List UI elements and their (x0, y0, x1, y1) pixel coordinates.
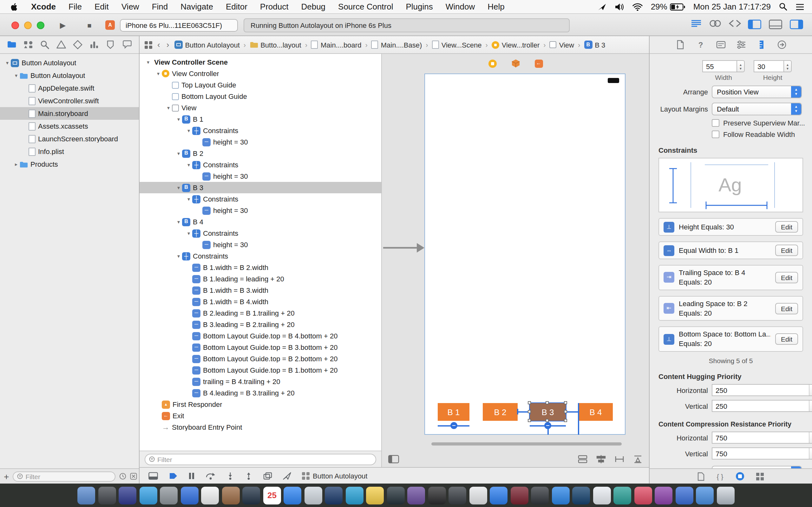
exit-segue-icon[interactable]: ← (535, 59, 543, 68)
follow-readable-width-checkbox[interactable] (712, 130, 719, 138)
disclosure-triangle[interactable]: ▾ (175, 185, 182, 190)
pause-button[interactable] (189, 472, 195, 480)
go-back-button[interactable]: ‹ (156, 40, 161, 49)
outline-row-b-2[interactable]: ▾BB 2 (140, 148, 381, 159)
navigator-tab-tests[interactable] (73, 40, 83, 49)
menu-edit[interactable]: Edit (88, 0, 115, 14)
navigator-tab-search[interactable] (40, 40, 49, 49)
height-field[interactable]: ▲▼ (754, 60, 792, 72)
scheme-selector[interactable]: iPhone 6s Plu...11EE063C51F) (120, 19, 238, 32)
outline-row-view-controller-scene[interactable]: ▾View Controller Scene (140, 56, 381, 68)
scm-status-filter-icon[interactable] (130, 473, 137, 480)
navigator-row-button-autolayout[interactable]: ▾Button Autolayout (0, 56, 139, 69)
b1-height-badge[interactable] (450, 422, 457, 429)
version-editor-button[interactable] (729, 20, 741, 27)
menu-help[interactable]: Help (481, 0, 511, 14)
canvas-horizontal-scrollbar[interactable] (432, 442, 622, 446)
selection-handle[interactable] (564, 419, 567, 422)
dock-app-icon-24[interactable] (552, 487, 570, 504)
canvas-button-b-1[interactable]: B 1 (438, 403, 469, 421)
standard-editor-button[interactable] (691, 20, 702, 27)
outline-row-b-1-width-b-4-width[interactable]: ─B 1.width = B 4.width (140, 296, 381, 307)
disclosure-triangle[interactable]: ▾ (165, 105, 172, 111)
navigator-tab-issues[interactable] (56, 40, 66, 49)
zoom-window-button[interactable] (37, 21, 44, 29)
dock-app-icon-25[interactable] (572, 487, 590, 504)
debug-area-toggle-button[interactable] (148, 472, 158, 480)
hugging-vertical-field[interactable]: ▲▼ (712, 400, 812, 412)
view-controller-icon[interactable] (488, 59, 496, 68)
breadcrumb-item-view-scene[interactable]: View...Scene (432, 41, 482, 49)
dock-app-icon-29[interactable] (655, 487, 673, 504)
disclosure-triangle[interactable]: ▾ (185, 162, 192, 168)
breadcrumb-item-butto-layout[interactable]: Butto...layout (250, 41, 301, 49)
menu-product[interactable]: Product (254, 0, 295, 14)
interface-builder-canvas[interactable]: ← B 1B 2B 3B 4 (382, 54, 649, 467)
outline-row-top-layout-guide[interactable]: Top Layout Guide (140, 79, 381, 91)
disclosure-triangle[interactable]: ▾ (175, 219, 182, 225)
document-outline-toggle-icon[interactable] (388, 455, 399, 463)
outline-row-bottom-layout-guide[interactable]: Bottom Layout Guide (140, 91, 381, 102)
run-button[interactable]: ▶ (56, 19, 70, 32)
menu-source-control[interactable]: Source Control (332, 0, 399, 14)
width-input[interactable] (702, 60, 737, 72)
disclosure-triangle[interactable]: ▾ (185, 196, 192, 202)
breadcrumb-item-main-base[interactable]: Main....Base) (371, 41, 422, 49)
selection-handle[interactable] (564, 410, 567, 413)
hugging-horizontal-field[interactable]: ▲▼ (712, 384, 812, 396)
dock-app-icon-16[interactable] (387, 487, 405, 504)
outline-row-b-1-width-b-2-width[interactable]: ─B 1.width = B 2.width (140, 262, 381, 273)
b3-height-badge[interactable] (544, 422, 551, 429)
disclosure-triangle[interactable]: ▾ (155, 71, 162, 76)
height-stepper[interactable]: ▲▼ (784, 60, 792, 72)
assistant-editor-button[interactable] (709, 20, 721, 27)
dock-app-icon-26[interactable] (593, 487, 611, 504)
edit-constraint-button[interactable]: Edit (775, 302, 798, 314)
selection-handle[interactable] (528, 410, 531, 413)
inspector-tab-size[interactable] (757, 40, 766, 49)
dock-app-icon-3[interactable] (119, 487, 137, 504)
constraint-row-1[interactable]: ⇔Equal Width to: B 1Edit (658, 241, 803, 259)
height-input[interactable] (754, 60, 784, 72)
inspector-tab-connections[interactable] (777, 40, 786, 49)
dock-app-icon-11[interactable] (284, 487, 302, 504)
outline-row-b-4-leading-b-3-trailing-20[interactable]: ─B 4.leading = B 3.trailing + 20 (140, 387, 381, 399)
disclosure-triangle[interactable]: ▾ (175, 151, 182, 156)
dock-app-icon-27[interactable] (614, 487, 631, 504)
edit-constraint-button[interactable]: Edit (775, 272, 798, 283)
apple-menu-icon[interactable] (0, 2, 25, 11)
resolve-autolayout-button[interactable] (633, 455, 643, 463)
constraint-row-0[interactable]: ⊥Height Equals: 30Edit (658, 218, 803, 236)
outline-row-constraints[interactable]: ▾┼Constraints (140, 125, 381, 136)
menu-view[interactable]: View (115, 0, 146, 14)
navigator-row-assets-xcassets[interactable]: Assets.xcassets (0, 120, 139, 132)
outline-row-b-3[interactable]: ▾BB 3 (140, 182, 381, 193)
width-stepper[interactable]: ▲▼ (737, 60, 745, 72)
navigator-row-viewcontroller-swift[interactable]: ViewController.swift (0, 95, 139, 107)
menu-find[interactable]: Find (146, 0, 174, 14)
outline-row-b-4[interactable]: ▾BB 4 (140, 216, 381, 228)
inspector-tab-quick-help[interactable]: ? (696, 40, 705, 49)
outline-row-constraints[interactable]: ▾┼Constraints (140, 250, 381, 262)
menu-extra-icon[interactable] (598, 3, 606, 10)
dock-app-icon-13[interactable] (325, 487, 343, 504)
outline-row-bottom-layout-guide-top-b-2-bottom-20[interactable]: ─Bottom Layout Guide.top = B 2.bottom + … (140, 353, 381, 364)
selection-handle[interactable] (528, 401, 531, 404)
layout-margins-popup[interactable]: Default ▲▼ (712, 103, 802, 115)
outline-row-height-30[interactable]: ─height = 30 (140, 205, 381, 216)
outline-filter-input[interactable] (157, 455, 372, 463)
disclosure-triangle[interactable]: ▾ (4, 60, 11, 66)
stop-button[interactable]: ■ (83, 19, 96, 32)
outline-row-constraints[interactable]: ▾┼Constraints (140, 228, 381, 239)
inspector-tab-file[interactable] (675, 40, 685, 49)
canvas-button-b-4[interactable]: B 4 (578, 403, 613, 421)
dock-app-icon-5[interactable] (160, 487, 178, 504)
menu-editor[interactable]: Editor (219, 0, 254, 14)
outline-row-b-1-width-b-3-width[interactable]: ─B 1.width = B 3.width (140, 285, 381, 296)
activate-breakpoints-button[interactable] (169, 472, 177, 480)
menu-plugins[interactable]: Plugins (400, 0, 439, 14)
outline-row-view[interactable]: ▾View (140, 102, 381, 113)
outline-filter-field[interactable] (145, 453, 376, 465)
go-forward-button[interactable]: › (165, 40, 171, 49)
dock-trash-icon[interactable] (717, 487, 734, 504)
